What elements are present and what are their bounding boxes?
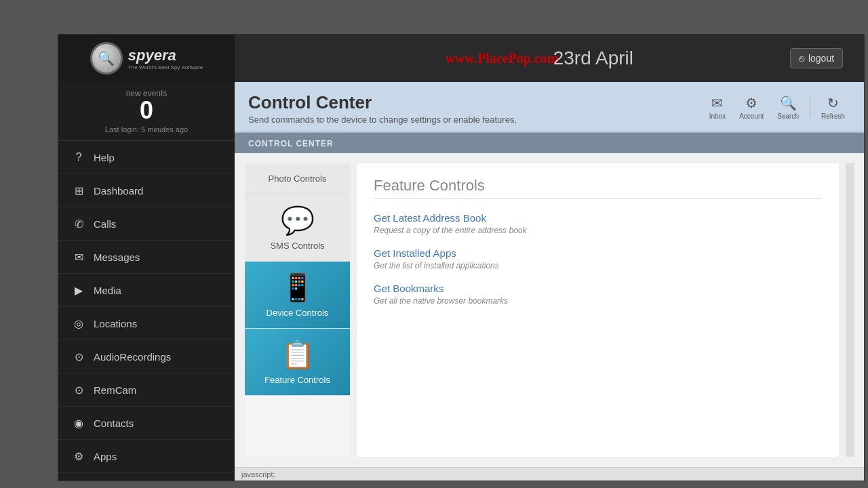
sidebar-item-media-label: Media — [94, 285, 121, 296]
messages-icon: ✉ — [72, 250, 85, 264]
apps-icon: ⚙ — [72, 449, 85, 463]
inbox-icon: ✉ — [711, 95, 723, 111]
feature-icon: 📋 — [252, 339, 343, 371]
logo-area: 🔍 spyera The World's Best Spy Software — [58, 35, 235, 82]
feature-controls-label: Feature Controls — [264, 375, 330, 385]
account-button[interactable]: ⚙ Account — [734, 92, 769, 123]
sidebar-item-messages[interactable]: ✉ Messages — [58, 241, 235, 274]
sidebar-item-help-label: Help — [94, 152, 115, 163]
nav-items: ? Help ⊞ Dashboard ✆ Calls ✉ Messages — [58, 141, 235, 481]
search-icon: 🔍 — [780, 95, 797, 111]
sidebar-item-locations-label: Locations — [94, 318, 137, 329]
locations-icon: ◎ — [72, 317, 85, 330]
photo-controls-label: Photo Controls — [269, 174, 327, 184]
sms-icon: 💬 — [252, 205, 343, 237]
search-label: Search — [777, 113, 799, 120]
sidebar-item-dashboard-label: Dashboard — [94, 185, 143, 197]
installed-apps-link[interactable]: Get Installed Apps — [374, 247, 822, 259]
feature-item-bookmarks: Get Bookmarks Get all the native browser… — [374, 283, 822, 306]
feature-panel-title: Feature Controls — [374, 177, 822, 195]
logo-icon: 🔍 — [90, 42, 123, 75]
logo-tagline: The World's Best Spy Software — [128, 64, 203, 70]
sidebar-item-audiorecordings-label: AudioRecordings — [94, 351, 171, 363]
sidebar-item-contacts[interactable]: ◉ Contacts — [58, 407, 235, 440]
refresh-label: Refresh — [821, 113, 845, 120]
control-body: Photo Controls 💬 SMS Controls 📱 Device C… — [235, 153, 864, 467]
logo-name: spyera — [128, 47, 203, 64]
refresh-icon: ↻ — [827, 95, 839, 111]
search-button[interactable]: 🔍 Search — [772, 92, 804, 123]
inbox-label: Inbox — [709, 113, 726, 120]
ad-banner: www.PlacePop.com — [446, 51, 559, 66]
controls-list: Photo Controls 💬 SMS Controls 📱 Device C… — [245, 163, 350, 457]
inbox-button[interactable]: ✉ Inbox — [704, 92, 731, 123]
account-icon: ⚙ — [745, 95, 757, 111]
device-icon: 📱 — [252, 272, 343, 304]
header-center: www.PlacePop.com 23rd April — [235, 35, 769, 82]
remcam-icon: ⊙ — [72, 383, 85, 396]
bookmarks-desc: Get all the native browser bookmarks — [374, 296, 822, 306]
audiorecordings-icon: ⊙ — [72, 350, 85, 363]
bookmarks-link[interactable]: Get Bookmarks — [374, 283, 822, 294]
sidebar-item-audiorecordings[interactable]: ⊙ AudioRecordings — [58, 340, 235, 373]
calls-icon: ✆ — [72, 217, 85, 230]
sidebar-item-calls-label: Calls — [94, 218, 116, 230]
sidebar-panel: new events 0 Last login: 5 minutes ago ?… — [58, 82, 235, 481]
events-count: 0 — [65, 98, 228, 123]
sidebar-item-calls[interactable]: ✆ Calls — [58, 207, 235, 241]
logout-icon: ⎋ — [799, 53, 804, 64]
account-label: Account — [739, 113, 764, 120]
last-login: Last login: 5 minutes ago — [65, 125, 228, 134]
logout-button[interactable]: ⎋ logout — [790, 48, 843, 68]
sidebar-item-remcam-label: RemCam — [94, 384, 136, 396]
sms-controls-label: SMS Controls — [270, 241, 324, 251]
sidebar-item-media[interactable]: ▶ Media — [58, 274, 235, 307]
date-display: 23rd April — [553, 47, 633, 69]
sidebar-item-apps-label: Apps — [94, 451, 117, 462]
contacts-icon: ◉ — [72, 416, 85, 430]
main-layout: new events 0 Last login: 5 minutes ago ?… — [58, 82, 864, 481]
logout-label: logout — [808, 53, 834, 64]
sidebar-item-dashboard[interactable]: ⊞ Dashboard — [58, 174, 235, 207]
logo-text-block: spyera The World's Best Spy Software — [128, 47, 203, 70]
status-text: javascript; — [241, 470, 275, 479]
refresh-button[interactable]: ↻ Refresh — [816, 92, 850, 123]
sidebar-item-locations[interactable]: ◎ Locations — [58, 307, 235, 340]
logo: 🔍 spyera The World's Best Spy Software — [90, 42, 203, 75]
media-icon: ▶ — [72, 283, 85, 297]
help-icon: ? — [72, 150, 85, 164]
installed-apps-desc: Get the list of installed applications — [374, 261, 822, 270]
content-header: Control Center Send commands to the devi… — [235, 82, 864, 133]
breadcrumb-bar: CONTROL CENTER — [235, 133, 864, 153]
address-book-desc: Request a copy of the entire address boo… — [374, 226, 822, 235]
content-title-section: Control Center Send commands to the devi… — [248, 92, 517, 125]
feature-divider — [374, 198, 822, 199]
header-divider — [810, 98, 810, 118]
sidebar-item-apps[interactable]: ⚙ Apps — [58, 440, 235, 473]
feature-item-installed-apps: Get Installed Apps Get the list of insta… — [374, 247, 822, 270]
sidebar-item-messages-label: Messages — [94, 251, 140, 263]
device-controls-item[interactable]: 📱 Device Controls — [245, 262, 350, 329]
feature-controls-item[interactable]: 📋 Feature Controls — [245, 329, 350, 396]
events-section: new events 0 Last login: 5 minutes ago — [58, 82, 235, 141]
page-subtitle: Send commands to the device to change se… — [248, 115, 517, 125]
header-icons: ✉ Inbox ⚙ Account 🔍 Search ↻ Refresh — [704, 92, 850, 123]
logout-area: ⎋ logout — [769, 35, 864, 82]
sidebar-item-remcam[interactable]: ⊙ RemCam — [58, 373, 235, 407]
status-bar: javascript; — [235, 467, 864, 481]
sms-controls-item[interactable]: 💬 SMS Controls — [245, 195, 350, 262]
top-bar: 🔍 spyera The World's Best Spy Software w… — [58, 35, 864, 82]
device-controls-label: Device Controls — [267, 308, 329, 318]
page-title: Control Center — [248, 92, 517, 113]
sidebar-item-help[interactable]: ? Help — [58, 141, 235, 174]
breadcrumb: CONTROL CENTER — [248, 139, 334, 148]
feature-panel: Feature Controls Get Latest Address Book… — [357, 163, 839, 457]
dashboard-icon: ⊞ — [72, 184, 85, 197]
address-book-link[interactable]: Get Latest Address Book — [374, 212, 822, 224]
feature-item-address-book: Get Latest Address Book Request a copy o… — [374, 212, 822, 235]
scrollbar[interactable] — [846, 163, 854, 457]
sidebar-item-contacts-label: Contacts — [94, 418, 134, 429]
content-area: Control Center Send commands to the devi… — [235, 82, 864, 481]
photo-controls-item[interactable]: Photo Controls — [245, 163, 350, 195]
